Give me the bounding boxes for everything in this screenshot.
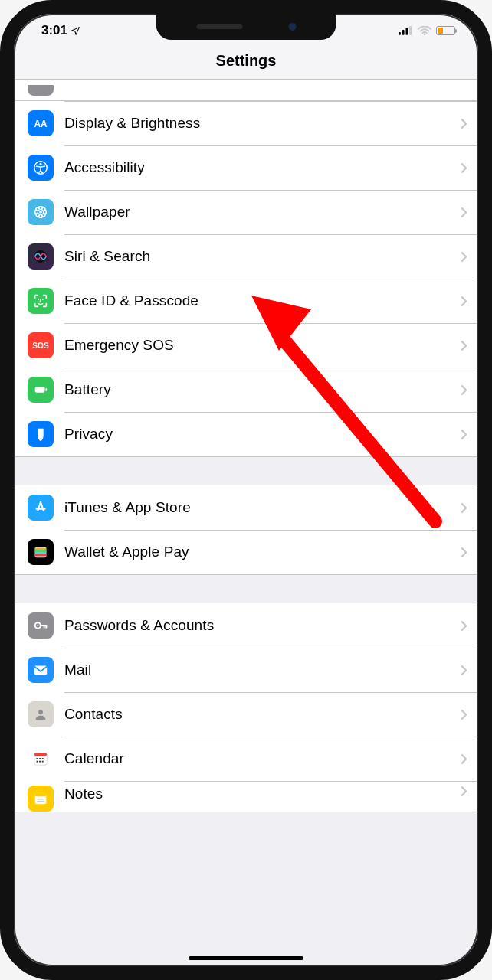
svg-rect-37 [42, 758, 44, 760]
svg-rect-3 [409, 26, 412, 34]
svg-point-19 [38, 299, 39, 300]
battery-icon [436, 26, 455, 35]
chevron-right-icon [461, 753, 467, 765]
settings-row-notes[interactable]: Notes [14, 781, 478, 812]
settings-row-display[interactable]: AADisplay & Brightness [14, 101, 478, 145]
location-icon [71, 26, 80, 36]
screen: 3:01 Settings AADisplay & BrightnessAcce… [14, 14, 478, 966]
svg-rect-36 [39, 758, 41, 760]
row-label: Siri & Search [64, 248, 461, 265]
status-time: 3:01 [41, 23, 67, 38]
notes-icon [28, 786, 54, 812]
row-label: iTunes & App Store [64, 499, 461, 516]
settings-row-wallpaper[interactable]: Wallpaper [14, 190, 478, 234]
svg-rect-0 [399, 32, 401, 35]
svg-rect-25 [35, 548, 47, 550]
chevron-right-icon [461, 502, 467, 514]
svg-rect-40 [42, 761, 44, 763]
svg-rect-28 [35, 554, 47, 557]
contacts-icon [28, 701, 54, 727]
svg-rect-26 [35, 550, 47, 552]
settings-row-privacy[interactable]: Privacy [14, 412, 478, 456]
chevron-right-icon [461, 162, 467, 174]
settings-list[interactable]: AADisplay & BrightnessAccessibilityWallp… [14, 80, 478, 812]
svg-point-7 [39, 163, 41, 165]
settings-row-itunes[interactable]: iTunes & App Store [14, 485, 478, 530]
row-label: Battery [64, 381, 461, 398]
svg-point-17 [42, 214, 45, 217]
settings-row-battery[interactable]: Battery [14, 368, 478, 412]
row-label: Emergency SOS [64, 337, 461, 354]
svg-point-4 [424, 33, 425, 34]
row-label: Accessibility [64, 159, 461, 176]
row-label: Wallpaper [64, 204, 461, 220]
chevron-right-icon [461, 786, 467, 797]
settings-group: AADisplay & BrightnessAccessibilityWallp… [14, 80, 478, 457]
svg-rect-27 [35, 552, 47, 554]
svg-rect-38 [37, 761, 38, 763]
settings-row-mail[interactable]: Mail [14, 648, 478, 692]
chevron-right-icon [461, 665, 467, 676]
settings-group: iTunes & App StoreWallet & Apple Pay [14, 485, 478, 575]
mail-icon [28, 657, 54, 683]
chevron-right-icon [461, 296, 467, 307]
home-indicator[interactable] [189, 956, 303, 960]
row-label: Display & Brightness [64, 115, 461, 132]
row-label: Wallet & Apple Pay [64, 544, 461, 560]
row-label: Face ID & Passcode [64, 292, 461, 309]
battery-icon [28, 377, 54, 403]
svg-rect-2 [406, 28, 408, 35]
svg-point-9 [39, 211, 42, 214]
accessibility-icon [28, 155, 54, 181]
faceid-icon [28, 288, 54, 314]
chevron-right-icon [461, 251, 467, 263]
settings-row-accessibility[interactable]: Accessibility [14, 145, 478, 190]
calendar-icon [28, 746, 54, 772]
svg-point-30 [37, 625, 38, 626]
settings-row-passwords[interactable]: Passwords & Accounts [14, 603, 478, 648]
chevron-right-icon [461, 207, 467, 218]
svg-rect-34 [34, 753, 48, 756]
svg-rect-31 [34, 666, 48, 675]
page-title: Settings [14, 52, 478, 70]
row-label: Calendar [64, 750, 461, 767]
settings-row-contacts[interactable]: Contacts [14, 692, 478, 737]
svg-rect-22 [35, 387, 45, 392]
key-icon [28, 612, 54, 639]
chevron-right-icon [461, 620, 467, 632]
svg-point-20 [42, 299, 44, 300]
svg-text:SOS: SOS [32, 341, 49, 350]
sos-icon: SOS [28, 332, 54, 358]
appstore-icon [28, 495, 54, 521]
svg-text:AA: AA [34, 119, 48, 129]
row-label: Mail [64, 662, 461, 678]
svg-point-16 [36, 214, 39, 217]
siri-icon [28, 243, 54, 270]
chevron-right-icon [461, 709, 467, 720]
settings-row-faceid[interactable]: Face ID & Passcode [14, 279, 478, 323]
svg-point-14 [36, 207, 39, 211]
settings-row-sos[interactable]: SOSEmergency SOS [14, 323, 478, 368]
settings-row-calendar[interactable]: Calendar [14, 737, 478, 781]
row-label: Notes [64, 786, 461, 802]
chevron-right-icon [461, 384, 467, 396]
settings-row-wallet[interactable]: Wallet & Apple Pay [14, 530, 478, 574]
wallpaper-icon [28, 199, 54, 225]
chevron-right-icon [461, 118, 467, 129]
row-label: Passwords & Accounts [64, 617, 461, 634]
partial-row [14, 80, 478, 101]
chevron-right-icon [461, 547, 467, 558]
wallet-icon [28, 539, 54, 565]
display-icon: AA [28, 110, 54, 136]
chevron-right-icon [461, 340, 467, 351]
svg-rect-23 [45, 388, 47, 391]
nav-header: Settings [14, 47, 478, 80]
svg-point-32 [38, 710, 43, 714]
svg-rect-42 [35, 793, 47, 797]
settings-row-siri[interactable]: Siri & Search [14, 234, 478, 279]
svg-rect-1 [402, 30, 405, 35]
row-label: Privacy [64, 426, 461, 443]
chevron-right-icon [461, 429, 467, 440]
svg-point-15 [42, 207, 45, 211]
row-label: Contacts [64, 706, 461, 723]
